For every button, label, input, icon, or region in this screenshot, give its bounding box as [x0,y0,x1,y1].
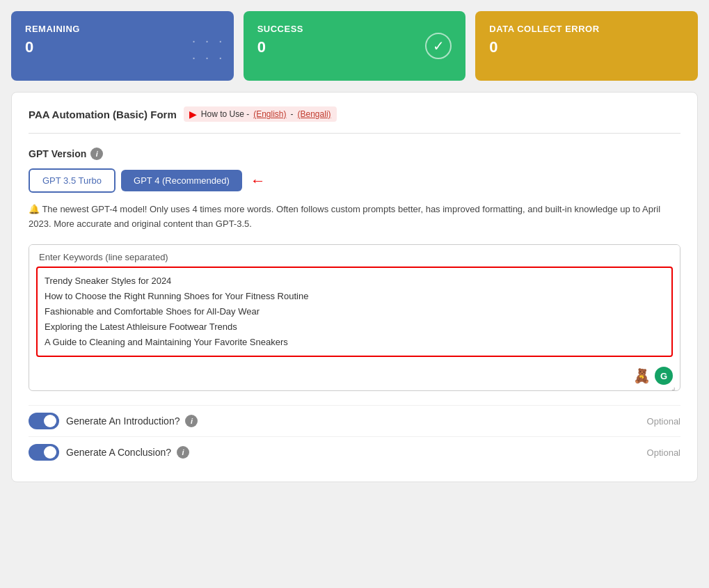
intro-label-text: Generate An Introduction? [66,415,180,427]
conclusion-toggle[interactable] [29,444,59,461]
check-icon: ✓ [425,33,452,59]
error-value: 0 [489,38,684,56]
youtube-icon: ▶ [189,109,197,120]
conclusion-toggle-row: Generate A Conclusion? i Optional [29,436,680,468]
remaining-label: REMAINING [25,24,220,34]
error-card: DATA COLLECT ERROR 0 [475,11,698,81]
bengali-link[interactable]: (Bengali) [298,109,331,119]
panel-header: PAA Automation (Basic) Form ▶ How to Use… [29,106,680,134]
panel-title: PAA Automation (Basic) Form [29,109,177,120]
keyword-content[interactable]: Trendy Sneaker Styles for 2024 How to Ch… [36,267,673,357]
gpt-info-icon[interactable]: i [90,148,103,160]
textarea-bottom: 🧸 G [29,364,680,390]
intro-toggle-track[interactable] [29,413,59,429]
remaining-value: 0 [25,38,220,56]
spinner-icon [192,32,220,60]
resize-handle[interactable]: ⌟ [671,382,678,389]
conclusion-info-icon[interactable]: i [177,446,189,459]
bear-emoji: 🧸 [633,367,651,384]
gpt4-button[interactable]: GPT 4 (Recommended) [121,170,242,191]
gpt-button-group: GPT 3.5 Turbo GPT 4 (Recommended) ← [29,168,680,193]
conclusion-toggle-track[interactable] [29,444,59,461]
intro-info-icon[interactable]: i [185,415,198,427]
stats-bar: REMAINING 0 SUCCESS 0 ✓ DATA COLLECT ERR… [0,0,709,92]
success-label: SUCCESS [257,24,452,34]
english-link[interactable]: (English) [253,109,286,119]
remaining-card: REMAINING 0 [11,11,234,81]
grammarly-icon: G [655,367,673,385]
how-to-use-label: How to Use - [201,109,249,119]
intro-optional: Optional [647,416,680,427]
keyword-line-5: A Guide to Cleaning and Maintaining Your… [45,337,288,347]
keyword-placeholder: Enter Keywords (line separated) [29,245,680,267]
intro-toggle-label: Generate An Introduction? i [66,415,647,427]
keyword-line-3: Fashionable and Comfortable Shoes for Al… [45,306,260,317]
keyword-textarea-wrapper: Enter Keywords (line separated) Trendy S… [29,244,680,391]
gpt-version-label: GPT Version i [29,148,680,160]
keyword-line-2: How to Choose the Right Running Shoes fo… [45,291,308,301]
conclusion-toggle-label: Generate A Conclusion? i [66,446,647,459]
main-panel: PAA Automation (Basic) Form ▶ How to Use… [11,92,698,482]
success-value: 0 [257,38,452,56]
separator: - [291,109,294,119]
gpt4-note: 🔔 The newest GPT-4 model! Only uses 4 ti… [29,202,680,232]
keyword-line-1: Trendy Sneaker Styles for 2024 [45,276,171,286]
keywords-section: Enter Keywords (line separated) Trendy S… [29,244,680,391]
intro-toggle-thumb [44,415,56,427]
conclusion-label-text: Generate A Conclusion? [66,447,171,458]
how-to-use-badge: ▶ How to Use - (English) - (Bengali) [184,106,337,122]
intro-toggle[interactable] [29,413,59,429]
error-label: DATA COLLECT ERROR [489,24,684,34]
arrow-indicator: ← [250,172,266,190]
gpt35-button[interactable]: GPT 3.5 Turbo [29,168,115,193]
keyword-line-4: Exploring the Latest Athleisure Footwear… [45,321,237,332]
intro-toggle-row: Generate An Introduction? i Optional [29,405,680,436]
conclusion-toggle-thumb [44,446,56,459]
success-card: SUCCESS 0 ✓ [244,11,466,81]
conclusion-optional: Optional [647,447,680,458]
